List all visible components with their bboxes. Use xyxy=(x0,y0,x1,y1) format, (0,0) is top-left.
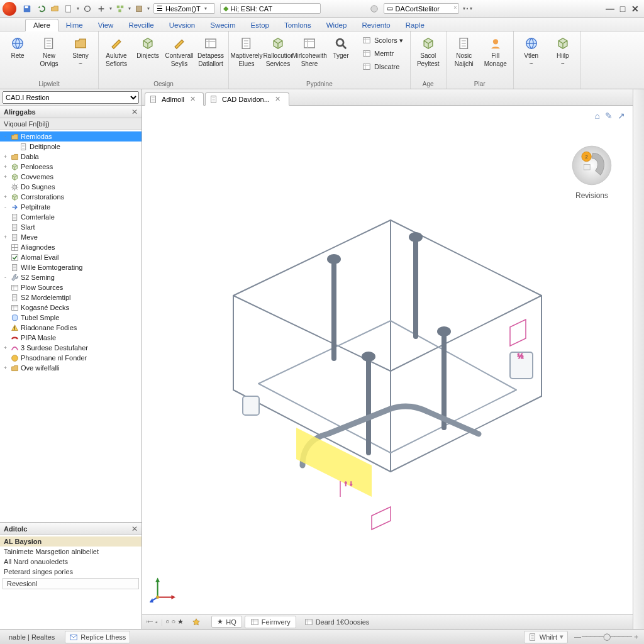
window-minimize-button[interactable]: — xyxy=(604,3,616,14)
ribbon-tab-uevsion[interactable]: Uevsion xyxy=(162,19,203,31)
qat-block-icon[interactable] xyxy=(134,4,144,14)
zoom-slider[interactable]: — ─────◯───── ＋ xyxy=(574,632,639,641)
ribbon-tab-widep[interactable]: Widep xyxy=(319,19,355,31)
viewport[interactable]: ⌂ ✎ ↗ 2 Revisions xyxy=(142,106,633,614)
doc-tab[interactable]: CAD Davidon...✕ xyxy=(205,92,289,106)
tree-node[interactable]: -S2 Seming xyxy=(0,272,142,282)
tree-node[interactable]: Tubel Smple xyxy=(0,313,142,323)
nav-view-icon[interactable]: ↗ xyxy=(618,111,625,121)
qat-assembly-icon[interactable] xyxy=(115,4,125,14)
tree-node[interactable]: Deitipnole xyxy=(0,142,142,152)
qat-caret3-icon[interactable]: ▾ xyxy=(128,6,131,11)
ribbon-tab-estop[interactable]: Estop xyxy=(243,19,277,31)
tree-node[interactable]: Aliagnodes xyxy=(0,242,142,252)
tree-node[interactable]: Alomal Evail xyxy=(0,252,142,262)
tree-node[interactable]: Slart xyxy=(0,222,142,232)
ribbon-button-rete[interactable]: Rete xyxy=(3,33,33,64)
ribbon-small-memtr[interactable]: Memtr xyxy=(357,47,408,60)
title-doc-1[interactable]: ☰ HesZom()T ▾ xyxy=(153,3,215,14)
info-item[interactable]: Tainimete Marsgetion alnibeliet xyxy=(0,547,142,557)
sheet-tab[interactable]: ★HQ xyxy=(211,616,242,628)
qat-save-icon[interactable] xyxy=(22,4,32,14)
ribbon-button-new[interactable]: NewOrvigs xyxy=(34,33,64,70)
ribbon-tab-alere[interactable]: Alere xyxy=(25,19,58,31)
tree-node[interactable]: PIPA Masle xyxy=(0,333,142,343)
scope-select[interactable]: CAD.I Restion xyxy=(3,91,139,104)
window-maximize-button[interactable]: □ xyxy=(616,3,629,14)
tree-node[interactable]: Wille Eomtogerating xyxy=(0,262,142,272)
info-item[interactable]: Peterard singes pories xyxy=(0,567,142,577)
viewcube[interactable]: 2 Revisions xyxy=(564,143,620,200)
qat-open-icon[interactable] xyxy=(50,4,60,14)
close-icon[interactable]: ✕ xyxy=(188,95,197,104)
ribbon-tab-raple[interactable]: Raple xyxy=(398,19,432,31)
ribbon-button-fill[interactable]: FillMonage xyxy=(480,33,511,70)
status-segment[interactable]: nable | Realtes xyxy=(5,632,58,642)
tree-node[interactable]: +Ove wifelfalli xyxy=(0,363,142,373)
home-view-icon[interactable]: ⌂ xyxy=(595,111,600,121)
qat-caret4-icon[interactable]: ▾ xyxy=(147,6,150,11)
tree-node[interactable]: +Covvemes xyxy=(0,172,142,182)
ribbon-small-dlscatre[interactable]: Dlscatre xyxy=(357,60,408,73)
ribbon-tab-hime[interactable]: Hime xyxy=(58,19,91,31)
ribbon-button-rallocutior[interactable]: RallocutiorServices xyxy=(263,33,293,70)
tree-node[interactable]: Kogasné Decks xyxy=(0,303,142,313)
edit-view-icon[interactable]: ✎ xyxy=(605,111,613,121)
sheet-nav-left-icon[interactable]: ⭰ ◂ xyxy=(146,618,158,626)
ribbon-tab-view[interactable]: View xyxy=(91,19,121,31)
ribbon-button-sacol[interactable]: SacolPeyltest xyxy=(413,33,443,70)
status-segment[interactable]: Replice Lthess xyxy=(65,631,130,643)
ribbon-button-tyger[interactable]: Tyger xyxy=(326,33,356,64)
ribbon-tab-revcille[interactable]: Revcille xyxy=(121,19,161,31)
tree-node[interactable]: +3 Surdese Destufaher xyxy=(0,343,142,353)
tree-node[interactable]: +Dabla xyxy=(0,152,142,162)
qat-dropdown-caret-icon[interactable]: ▾ xyxy=(77,6,79,11)
tree-node[interactable]: S2 Mordelemtipl xyxy=(0,292,142,303)
ribbon-tab-swecim[interactable]: Swecim xyxy=(203,19,243,31)
ribbon-button-dinjects[interactable]: Dinjects xyxy=(133,33,163,64)
qat-caret2-icon[interactable]: ▾ xyxy=(109,6,112,11)
model-tree[interactable]: -RemiodasDeitipnole+Dabla+Penloeess+Covv… xyxy=(0,130,142,522)
title-doc-2[interactable]: ◆ Hi; ESH: CAT xyxy=(220,3,321,14)
tree-node[interactable]: -Petpitrate xyxy=(0,202,142,212)
ribbon-tab-reviento[interactable]: Reviento xyxy=(354,19,397,31)
tree-node[interactable]: -Remiodas xyxy=(0,131,142,142)
ribbon-button-detapess[interactable]: DetapessDatlallort xyxy=(196,33,226,70)
tree-node[interactable]: Phsodnane nl Fonder xyxy=(0,353,142,363)
ribbon-button-hiilp[interactable]: Hiilp~ xyxy=(548,33,578,70)
info-item[interactable]: AL Baysion xyxy=(0,536,142,547)
viewcube-icon[interactable]: 2 xyxy=(570,143,614,187)
window-close-button[interactable]: ✕ xyxy=(629,3,641,14)
browser-panel-close-icon[interactable]: ✕ xyxy=(131,108,138,116)
tree-node[interactable]: Comterfale xyxy=(0,212,142,222)
ribbon-button-contverall[interactable]: ContverallSeylis xyxy=(164,33,194,70)
qat-file-icon[interactable] xyxy=(64,4,74,14)
ribbon-button-maptiverely[interactable]: MaptiverelyElues xyxy=(231,33,262,70)
info-item[interactable]: All Nard onauoledets xyxy=(0,557,142,567)
qat-undo-icon[interactable] xyxy=(36,4,46,14)
app-orb-icon[interactable] xyxy=(3,2,16,16)
close-icon[interactable]: ✕ xyxy=(274,95,282,104)
clear-icon[interactable]: × xyxy=(453,4,457,11)
browser-filter[interactable]: Viqoual Fn[bilj) xyxy=(0,118,142,130)
ribbon-tab-tomlons[interactable]: Tomlons xyxy=(277,19,319,31)
status-segment[interactable]: Whilrt▾ xyxy=(524,631,568,643)
tree-node[interactable]: Do Sugnes xyxy=(0,182,142,192)
info-item[interactable]: Revesionl xyxy=(3,578,139,589)
tree-node[interactable]: !Riadonane Fodies xyxy=(0,323,142,333)
ribbon-button-vtlen[interactable]: Vtlen~ xyxy=(516,33,547,70)
title-doc-3[interactable]: ▭ DACortStelitor × xyxy=(384,3,459,14)
sheet-tab[interactable]: Feirnvery xyxy=(245,616,296,628)
sheet-tab[interactable]: Deard 1€Ooosies xyxy=(299,616,375,628)
ribbon-small-scolors[interactable]: Scolors ▾ xyxy=(357,34,408,47)
ribbon-button-nosic[interactable]: NosicNaijchi xyxy=(449,33,479,70)
ribbon-button-mirlcohewith[interactable]: MirlcohewithShere xyxy=(294,33,325,70)
tree-node[interactable]: +Penloeess xyxy=(0,162,142,172)
ribbon-button-aulutve[interactable]: AulutveSeflorts xyxy=(101,33,131,70)
sheet-tools[interactable]: ○ ○ ★ xyxy=(165,618,184,626)
tree-node[interactable]: Plow Sources xyxy=(0,282,142,292)
doc-tab[interactable]: Adlmoll✕ xyxy=(145,92,204,106)
tree-node[interactable]: +Corrstorations xyxy=(0,192,142,202)
qat-action2-icon[interactable] xyxy=(96,4,106,14)
sheet-tab[interactable] xyxy=(186,616,209,628)
